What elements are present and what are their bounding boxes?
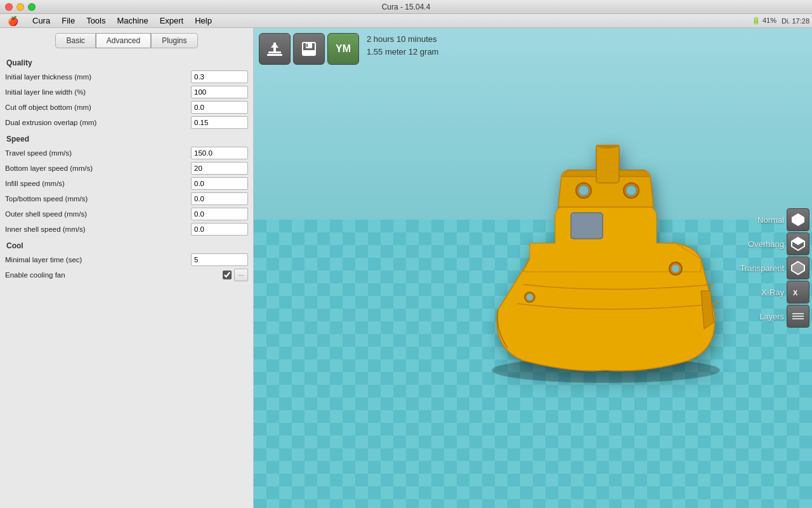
setting-row-dual-extrusion: Dual extrusion overlap (mm)	[5, 116, 248, 130]
setting-row-infill-speed: Infill speed (mm/s)	[5, 177, 248, 190]
maximize-button[interactable]	[28, 3, 36, 11]
input-infill-speed[interactable]	[191, 177, 248, 190]
view-buttons: Normal Overhang Transparent	[740, 208, 812, 328]
setting-row-initial-layer-thickness: Initial layer thickness (mm)	[5, 70, 248, 84]
menu-machine[interactable]: Machine	[112, 15, 154, 27]
label-travel-speed: Travel speed (mm/s)	[5, 149, 191, 157]
label-inner-shell-speed: Inner shell speed (mm/s)	[5, 225, 191, 233]
tab-advanced[interactable]: Advanced	[96, 33, 151, 48]
setting-row-inner-shell-speed: Inner shell speed (mm/s)	[5, 222, 248, 236]
label-cut-off-object: Cut off object bottom (mm)	[5, 104, 191, 111]
apple-menu[interactable]: 🍎	[3, 15, 23, 27]
setting-row-initial-layer-line-width: Initial layer line width (%)	[5, 85, 248, 99]
view-btn-normal[interactable]: Normal	[740, 208, 812, 231]
view-btn-transparent[interactable]: Transparent	[740, 257, 812, 279]
setting-row-outer-shell-speed: Outer shell speed (mm/s)	[5, 207, 248, 221]
input-travel-speed[interactable]	[191, 147, 248, 159]
menubar-right: 🔋 41% Di. 17:28	[752, 17, 809, 25]
svg-text:X: X	[793, 289, 798, 297]
svg-rect-9	[596, 145, 619, 183]
setting-row-cut-off-object: Cut off object bottom (mm)	[5, 100, 248, 114]
settings-panel: Quality Initial layer thickness (mm) Ini…	[0, 48, 253, 508]
clock: Di. 17:28	[782, 17, 809, 25]
layers-icon	[787, 305, 809, 328]
load-button[interactable]	[259, 33, 291, 65]
save-button[interactable]	[293, 33, 325, 65]
quality-header: Quality	[5, 58, 248, 67]
menu-tools[interactable]: Tools	[81, 15, 110, 27]
titlebar: Cura - 15.04.4	[0, 0, 812, 14]
label-xray: X-Ray	[761, 288, 784, 297]
tabs-container: Basic Advanced Plugins	[0, 28, 253, 48]
minimize-button[interactable]	[16, 3, 24, 11]
transparent-icon	[787, 257, 809, 279]
label-layers: Layers	[759, 312, 784, 321]
label-minimal-layer-time: Minimal layer time (sec)	[5, 256, 191, 264]
boat-model	[460, 145, 752, 388]
label-transparent: Transparent	[740, 264, 784, 273]
input-initial-layer-thickness[interactable]	[191, 70, 248, 83]
cooling-fan-controls: ···	[223, 269, 248, 281]
view-btn-layers[interactable]: Layers	[740, 305, 812, 328]
view-btn-xray[interactable]: X-Ray X	[740, 281, 812, 304]
print-material: 1.55 meter 12 gram	[367, 46, 438, 58]
setting-row-travel-speed: Travel speed (mm/s)	[5, 146, 248, 160]
svg-marker-21	[792, 237, 804, 245]
input-cut-off-object[interactable]	[191, 101, 248, 114]
label-overhang: Overhang	[748, 239, 784, 249]
ym-button[interactable]: YM	[327, 33, 359, 65]
label-initial-layer-line-width: Initial layer line width (%)	[5, 88, 191, 96]
label-cooling-fan: Enable cooling fan	[5, 271, 223, 279]
menu-file[interactable]: File	[56, 15, 80, 27]
label-bottom-layer-speed: Bottom layer speed (mm/s)	[5, 164, 191, 172]
menu-help[interactable]: Help	[190, 15, 217, 27]
viewport: YM 2 hours 10 minutes 1.55 meter 12 gram	[254, 28, 812, 508]
setting-row-minimal-layer-time: Minimal layer time (sec)	[5, 253, 248, 267]
label-outer-shell-speed: Outer shell speed (mm/s)	[5, 210, 191, 218]
input-minimal-layer-time[interactable]	[191, 253, 248, 266]
tab-basic[interactable]: Basic	[55, 33, 95, 48]
boat-svg	[460, 145, 752, 386]
tab-plugins[interactable]: Plugins	[151, 33, 197, 48]
checkbox-cooling-fan[interactable]	[223, 271, 232, 279]
input-topbottom-speed[interactable]	[191, 192, 248, 205]
print-time: 2 hours 10 minutes	[367, 33, 438, 46]
setting-row-topbottom-speed: Top/bottom speed (mm/s)	[5, 192, 248, 206]
window-title: Cura - 15.04.4	[382, 3, 431, 11]
print-info: 2 hours 10 minutes 1.55 meter 12 gram	[367, 33, 438, 58]
svg-point-18	[527, 294, 533, 300]
speed-header: Speed	[5, 135, 248, 144]
cooling-fan-dots-button[interactable]: ···	[234, 269, 248, 281]
close-button[interactable]	[5, 3, 13, 11]
menu-expert[interactable]: Expert	[155, 15, 189, 27]
input-dual-extrusion[interactable]	[191, 116, 248, 129]
menubar: 🍎 Cura File Tools Machine Expert Help 🔋 …	[0, 14, 812, 28]
viewport-toolbar: YM 2 hours 10 minutes 1.55 meter 12 gram	[259, 33, 438, 65]
normal-icon	[787, 208, 809, 231]
app-body: Basic Advanced Plugins Quality Initial l…	[0, 28, 812, 508]
svg-point-12	[579, 185, 589, 196]
svg-rect-0	[268, 51, 281, 53]
svg-point-16	[672, 265, 679, 272]
svg-marker-19	[792, 213, 804, 226]
menu-cura[interactable]: Cura	[27, 15, 55, 27]
label-infill-speed: Infill speed (mm/s)	[5, 180, 191, 187]
input-initial-layer-line-width[interactable]	[191, 86, 248, 98]
svg-marker-2	[271, 43, 278, 48]
setting-row-cooling-fan: Enable cooling fan ···	[5, 268, 248, 282]
xray-icon: X	[787, 281, 809, 304]
label-normal: Normal	[757, 215, 784, 225]
cool-header: Cool	[5, 241, 248, 250]
input-inner-shell-speed[interactable]	[191, 223, 248, 236]
battery-status: 🔋 41%	[752, 17, 776, 25]
view-btn-overhang[interactable]: Overhang	[740, 232, 812, 255]
input-outer-shell-speed[interactable]	[191, 208, 248, 220]
label-dual-extrusion: Dual extrusion overlap (mm)	[5, 119, 191, 126]
left-panel: Basic Advanced Plugins Quality Initial l…	[0, 28, 254, 508]
label-initial-layer-thickness: Initial layer thickness (mm)	[5, 73, 191, 81]
svg-rect-3	[267, 54, 282, 56]
svg-rect-6	[303, 50, 315, 55]
svg-marker-22	[792, 262, 804, 274]
input-bottom-layer-speed[interactable]	[191, 162, 248, 175]
overhang-icon	[787, 232, 809, 255]
